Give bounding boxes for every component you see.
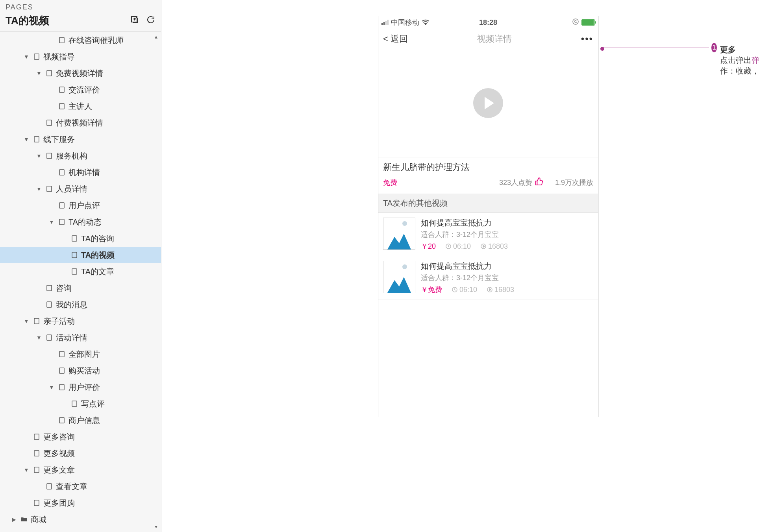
export-icon[interactable] — [130, 16, 142, 26]
item-duration: 06:10 — [452, 286, 477, 294]
caret-icon[interactable]: ▼ — [35, 334, 43, 341]
svg-rect-17 — [34, 318, 39, 324]
tree-item[interactable]: ▼免费视频详情 — [0, 65, 161, 81]
svg-rect-5 — [47, 120, 52, 126]
tree-item[interactable]: 主讲人 — [0, 98, 161, 115]
tree-item-label: 在线咨询催乳师 — [68, 35, 124, 46]
canvas: 中国移动 18:28 < 返回 视频详情 ••• 新生儿脐带的护理方法 — [161, 0, 759, 532]
tree-item[interactable]: ▼服务机构 — [0, 148, 161, 164]
tree-item[interactable]: ▼线下服务 — [0, 131, 161, 148]
tree-item[interactable]: 购买活动 — [0, 362, 161, 379]
tree-item[interactable]: 机构详情 — [0, 164, 161, 181]
video-player[interactable] — [378, 49, 598, 157]
video-likes[interactable]: 323人点赞 — [499, 177, 543, 188]
battery-icon — [581, 19, 595, 26]
tree-item-label: TA的咨询 — [81, 233, 114, 244]
list-item[interactable]: 如何提高宝宝抵抗力适合人群：3-12个月宝宝￥免费06:1016803 — [378, 256, 598, 299]
tree-item[interactable]: 付费视频详情 — [0, 115, 161, 131]
svg-rect-18 — [47, 335, 52, 340]
refresh-icon[interactable] — [146, 16, 156, 26]
svg-point-34 — [573, 19, 578, 24]
svg-rect-16 — [47, 302, 52, 307]
svg-rect-31 — [385, 21, 387, 25]
tree-item[interactable]: ▼亲子活动 — [0, 313, 161, 329]
tree-item[interactable]: 商户信息 — [0, 412, 161, 429]
caret-icon[interactable]: ▼ — [23, 54, 30, 60]
page-icon — [33, 499, 40, 506]
caret-icon[interactable]: ▶ — [10, 516, 17, 523]
page-icon — [58, 417, 65, 424]
svg-rect-29 — [381, 23, 383, 25]
tree-item[interactable]: 更多视频 — [0, 445, 161, 462]
pages-sidebar: PAGES TA的视频 ▴ 在线咨询催乳师▼视频指导▼免费视频详情交流评价主讲人… — [0, 0, 161, 532]
tree-item-label: 更多视频 — [43, 448, 75, 459]
tree-item[interactable]: TA的咨询 — [0, 230, 161, 247]
tree-item[interactable]: 更多咨询 — [0, 429, 161, 445]
tree-item[interactable]: 我的消息 — [0, 296, 161, 313]
caret-icon[interactable]: ▼ — [23, 136, 30, 142]
tree-item[interactable]: TA的视频 — [0, 247, 161, 263]
caret-icon[interactable]: ▼ — [35, 70, 43, 76]
tree-item-label: TA的文章 — [81, 266, 114, 277]
tree-item[interactable]: ▼活动详情 — [0, 329, 161, 346]
tree-item-label: 我的消息 — [56, 299, 87, 310]
svg-rect-23 — [59, 417, 64, 423]
tree-item[interactable]: ▼用户评价 — [0, 379, 161, 395]
nav-title: 视频详情 — [408, 33, 581, 45]
pages-header: PAGES — [0, 0, 161, 11]
video-price: 免费 — [383, 178, 397, 187]
caret-icon[interactable]: ▼ — [48, 219, 55, 225]
page-icon — [46, 185, 53, 192]
caret-icon[interactable]: ▼ — [23, 318, 30, 324]
scroll-down-icon[interactable]: ▾ — [152, 523, 159, 530]
annotation-link[interactable]: 弹出菜单1 — [752, 56, 759, 65]
video-title: 新生儿脐带的护理方法 — [383, 161, 593, 173]
tree-item-label: 更多咨询 — [43, 432, 75, 442]
tree-item[interactable]: ▼TA的动态 — [0, 214, 161, 230]
tree-item[interactable]: 咨询 — [0, 280, 161, 296]
page-icon — [46, 334, 53, 341]
annotation-text: 更多 点击弹出弹出菜单1，包含操作：收藏，分享，关注 — [720, 44, 759, 76]
annotation: 1 更多 点击弹出弹出菜单1，包含操作：收藏，分享，关注 — [602, 44, 759, 76]
thumb-up-icon[interactable] — [535, 177, 543, 188]
caret-icon[interactable]: ▼ — [48, 384, 55, 390]
caret-icon[interactable]: ▼ — [35, 153, 43, 159]
page-title-row: TA的视频 — [0, 11, 161, 32]
tree-item[interactable]: 更多团购 — [0, 495, 161, 511]
status-bar: 中国移动 18:28 — [378, 16, 598, 29]
tree-item[interactable]: TA的文章 — [0, 263, 161, 280]
caret-icon[interactable]: ▼ — [23, 467, 30, 473]
tree-item-label: TA的视频 — [81, 250, 115, 260]
tree-item[interactable]: 在线咨询催乳师 — [0, 32, 161, 48]
list-item[interactable]: 如何提高宝宝抵抗力适合人群：3-12个月宝宝￥2006:1016803 — [378, 213, 598, 256]
item-duration: 06:10 — [445, 242, 471, 251]
more-button[interactable]: ••• — [581, 33, 593, 44]
section-header: TA发布的其他视频 — [378, 194, 598, 213]
tree-item-label: 视频指导 — [43, 52, 75, 62]
page-icon — [33, 136, 40, 143]
item-plays: 16803 — [487, 286, 514, 294]
tree-item[interactable]: 全部图片 — [0, 346, 161, 362]
page-icon — [46, 483, 53, 490]
tree-item[interactable]: 用户点评 — [0, 197, 161, 214]
caret-icon[interactable]: ▼ — [35, 186, 43, 192]
page-icon — [46, 70, 53, 77]
page-icon — [33, 433, 40, 440]
tree-item[interactable]: ▼人员详情 — [0, 181, 161, 197]
tree-item[interactable]: 交流评价 — [0, 81, 161, 98]
status-time: 18:28 — [479, 18, 497, 27]
play-icon[interactable] — [473, 88, 503, 118]
back-button[interactable]: < 返回 — [383, 33, 408, 45]
tree-item[interactable]: ▼更多文章 — [0, 462, 161, 478]
tree-item[interactable]: 写点评 — [0, 395, 161, 412]
svg-rect-1 — [34, 54, 39, 59]
svg-rect-6 — [34, 137, 39, 142]
tree-item[interactable]: ▶商城 — [0, 511, 161, 528]
page-icon — [58, 169, 65, 176]
page-title: TA的视频 — [6, 14, 126, 28]
tree-item[interactable]: 查看文章 — [0, 478, 161, 495]
page-icon — [46, 301, 53, 308]
tree-item-label: 商户信息 — [68, 415, 100, 426]
tree-item[interactable]: ▼视频指导 — [0, 48, 161, 65]
tree-item-label: 交流评价 — [68, 85, 100, 95]
